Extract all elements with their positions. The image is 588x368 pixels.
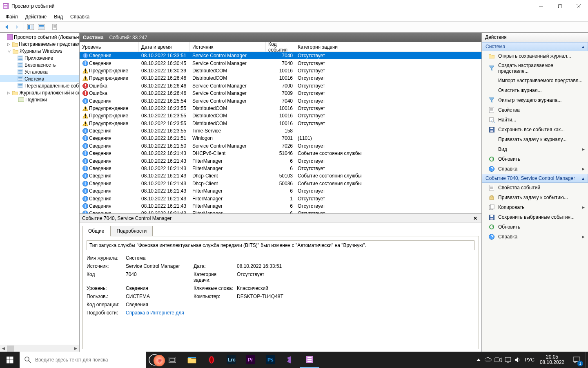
event-row[interactable]: !Предупреждение08.10.2022 16:26:46Distri… — [80, 74, 481, 82]
action-item[interactable]: Найти... — [482, 115, 588, 125]
event-row[interactable]: iСведения08.10.2022 16:21:43DHCPv6-Clien… — [80, 150, 481, 157]
close-button[interactable] — [569, 0, 588, 12]
event-row[interactable]: iСведения08.10.2022 16:21:43FilterManage… — [80, 157, 481, 164]
event-row[interactable]: iСведения08.10.2022 16:21:43FilterManage… — [80, 187, 481, 195]
action-item[interactable]: Привязать задачу к событию... — [482, 193, 588, 202]
event-row[interactable]: iСведения08.10.2022 16:33:51Service Cont… — [80, 52, 481, 59]
event-row[interactable]: !Предупреждение08.10.2022 16:23:55Distri… — [80, 112, 481, 119]
start-button[interactable] — [0, 352, 20, 368]
action-item[interactable]: Открыть сохраненный журнал... — [482, 51, 588, 61]
col-task[interactable]: Категория задачи — [295, 42, 481, 52]
event-row[interactable]: iСведения08.10.2022 16:23:55Time-Service… — [80, 127, 481, 135]
tree-log-установка[interactable]: Установка — [0, 68, 79, 75]
toolbar-back-button[interactable] — [2, 22, 11, 31]
svg-rect-119 — [10, 360, 13, 364]
tree-log-приложение[interactable]: Приложение — [0, 54, 79, 61]
action-item[interactable]: Обновить — [482, 222, 588, 232]
tray-overflow[interactable] — [474, 352, 483, 368]
event-row[interactable]: !Предупреждение08.10.2022 16:23:55Distri… — [80, 105, 481, 112]
action-item[interactable]: ?Справка▶ — [482, 164, 588, 174]
tree-windows-logs[interactable]: ▽Журналы Windows — [0, 47, 79, 54]
menu-file[interactable]: Файл — [2, 13, 21, 20]
toolbar-show-tree-button[interactable] — [26, 22, 36, 31]
action-item[interactable]: Сохранить все события как... — [482, 125, 588, 135]
tree-root[interactable]: Просмотр событий (Локальн — [0, 34, 79, 40]
taskbar-eventviewer[interactable] — [300, 352, 319, 368]
tree-subscriptions[interactable]: Подписки — [0, 96, 79, 103]
task-view-button[interactable] — [163, 352, 182, 368]
action-item[interactable]: Создать настраиваемое представле... — [482, 61, 588, 76]
actions-section-log[interactable]: Система▴ — [482, 42, 588, 51]
tree-hscrollbar[interactable]: ◄► — [0, 345, 79, 352]
toolbar-properties-button[interactable] — [50, 22, 60, 31]
event-row[interactable]: !Ошибка08.10.2022 16:26:46Service Contro… — [80, 82, 481, 90]
event-row[interactable]: iСведения08.10.2022 16:21:43FilterManage… — [80, 195, 481, 202]
action-item[interactable]: Свойства событий — [482, 183, 588, 193]
svg-text:i: i — [85, 150, 86, 156]
menu-view[interactable]: Вид — [51, 13, 66, 20]
event-row[interactable]: iСведения08.10.2022 16:21:43FilterManage… — [80, 210, 481, 213]
tray-network-icon[interactable] — [503, 352, 513, 368]
event-row[interactable]: iСведения08.10.2022 16:25:54Service Cont… — [80, 97, 481, 104]
action-item[interactable]: Копировать▶ — [482, 202, 588, 212]
tray-volume-icon[interactable] — [513, 352, 523, 368]
actions-section-event[interactable]: Событие 7040, Service Control Manager▴ — [482, 174, 588, 183]
action-item[interactable]: Сохранить выбранные события... — [482, 212, 588, 222]
tab-general[interactable]: Общие — [82, 226, 110, 236]
tray-clock[interactable]: 20:05 08.10.2022 — [537, 355, 568, 365]
taskbar-visualstudio[interactable] — [280, 352, 300, 368]
event-row[interactable]: iСведения08.10.2022 16:21:43FilterManage… — [80, 165, 481, 172]
event-row[interactable]: iСведения08.10.2022 16:21:43Dhcp-Client5… — [80, 172, 481, 180]
tree-custom-views[interactable]: ▷Настраиваемые представле — [0, 40, 79, 47]
action-item[interactable]: Обновить — [482, 154, 588, 164]
detail-close-button[interactable]: ✕ — [472, 215, 479, 221]
action-item[interactable]: Очистить журнал... — [482, 85, 588, 95]
tray-onedrive-icon[interactable] — [483, 352, 493, 368]
event-list[interactable]: iСведения08.10.2022 16:33:51Service Cont… — [80, 52, 481, 213]
event-row[interactable]: iСведения08.10.2022 16:21:51Winlogon7001… — [80, 135, 481, 142]
search-input[interactable] — [35, 357, 141, 363]
event-row[interactable]: iСведения08.10.2022 16:21:50Service Cont… — [80, 142, 481, 150]
toolbar-forward-button[interactable] — [12, 22, 22, 31]
taskbar-photoshop[interactable]: Ps — [261, 352, 280, 368]
action-item[interactable]: Фильтр текущего журнала... — [482, 95, 588, 105]
action-item[interactable]: Привязать задачу к журналу... — [482, 135, 588, 144]
info-icon: i — [82, 180, 88, 186]
action-item[interactable]: ?Справка▶ — [482, 232, 588, 242]
taskbar-premiere[interactable]: Pr — [241, 352, 261, 368]
event-row[interactable]: !Ошибка08.10.2022 16:26:46Service Contro… — [80, 90, 481, 97]
taskbar-opera[interactable] — [202, 352, 221, 368]
action-item[interactable]: Импорт настраиваемого представл... — [482, 76, 588, 85]
tray-meetnow-icon[interactable] — [493, 352, 503, 368]
event-row[interactable]: iСведения08.10.2022 16:21:43Dhcp-Client5… — [80, 180, 481, 187]
tray-language[interactable]: РУС — [523, 352, 537, 368]
taskbar-lrc[interactable]: Lrc — [221, 352, 241, 368]
menu-action[interactable]: Действие — [22, 13, 50, 20]
event-row[interactable]: iСведения08.10.2022 16:30:45Service Cont… — [80, 59, 481, 67]
col-eventid[interactable]: Код события — [266, 42, 295, 52]
taskbar-explorer[interactable] — [182, 352, 202, 368]
tree-log-перенаправленные соб[interactable]: Перенаправленные соб — [0, 82, 79, 89]
tree-app-service-logs[interactable]: ▷Журналы приложений и сл — [0, 89, 79, 96]
tray-notifications[interactable]: 1 — [568, 352, 586, 368]
tree-log-система[interactable]: Система — [0, 75, 79, 82]
cortana-button[interactable]: 🐙 — [146, 352, 163, 368]
col-source[interactable]: Источник — [190, 42, 266, 52]
maximize-button[interactable] — [550, 0, 569, 12]
event-row[interactable]: !Предупреждение08.10.2022 16:30:39Distri… — [80, 67, 481, 74]
action-item[interactable]: Вид▶ — [482, 144, 588, 154]
minimize-button[interactable] — [532, 0, 550, 12]
tree-log-безопасность[interactable]: Безопасность — [0, 61, 79, 68]
menu-help[interactable]: Справка — [67, 13, 93, 20]
event-row[interactable]: !Предупреждение08.10.2022 16:23:55Distri… — [80, 120, 481, 127]
online-help-link[interactable]: Справка в Интернете для — [126, 310, 191, 316]
svg-rect-27 — [18, 63, 22, 64]
toolbar-preview-button[interactable] — [36, 22, 46, 31]
col-level[interactable]: Уровень — [80, 42, 139, 52]
col-datetime[interactable]: Дата и время — [139, 42, 190, 52]
action-item[interactable]: Свойства — [482, 105, 588, 115]
tab-details[interactable]: Подробности — [110, 226, 153, 236]
show-desktop-button[interactable] — [586, 352, 588, 368]
taskbar-search[interactable] — [20, 352, 146, 368]
event-row[interactable]: iСведения08.10.2022 16:21:43FilterManage… — [80, 202, 481, 210]
